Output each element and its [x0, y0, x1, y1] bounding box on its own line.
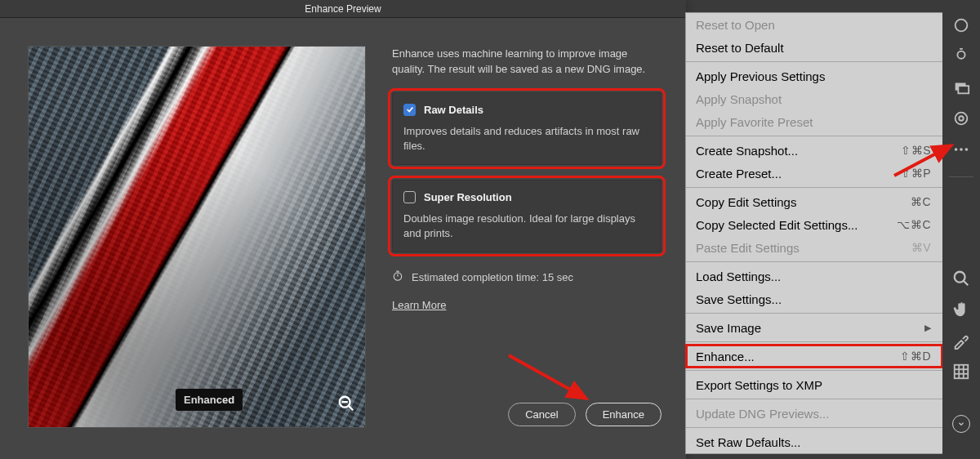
svg-line-17 [964, 281, 969, 286]
eta-row: Estimated completion time: 15 sec [392, 270, 662, 284]
preview-image[interactable]: Enhanced [29, 47, 365, 427]
right-tool-strip [942, 0, 980, 459]
svg-point-0 [340, 397, 350, 408]
menu-apply-favorite-preset: Apply Favorite Preset [686, 110, 942, 133]
masking-icon[interactable] [952, 47, 970, 65]
dialog-title: Enhance Preview [0, 0, 686, 18]
svg-rect-10 [958, 86, 969, 93]
dialog-description: Enhance uses machine learning to improve… [392, 47, 662, 78]
cancel-button[interactable]: Cancel [508, 403, 575, 426]
super-resolution-desc: Doubles image resolution. Ideal for larg… [403, 212, 648, 241]
svg-point-7 [957, 51, 964, 59]
menu-set-raw-defaults[interactable]: Set Raw Defaults... [686, 430, 942, 453]
svg-point-11 [956, 113, 968, 125]
layers-icon[interactable] [952, 78, 970, 96]
raw-details-title: Raw Details [424, 104, 483, 116]
svg-point-12 [959, 116, 964, 121]
zoom-icon[interactable] [952, 270, 970, 287]
enhance-preview-dialog: Enhance Preview Enhanced Enhance uses ma… [0, 0, 686, 459]
super-resolution-checkbox[interactable] [403, 191, 416, 203]
raw-details-desc: Improves details and reduces artifacts i… [403, 124, 648, 154]
menu-load-settings[interactable]: Load Settings... [686, 265, 942, 287]
zoom-out-icon[interactable] [337, 394, 355, 412]
svg-line-1 [349, 406, 354, 411]
eta-text: Estimated completion time: 15 sec [412, 271, 573, 283]
hand-icon[interactable] [952, 301, 970, 319]
menu-reset-to-open: Reset to Open [686, 13, 942, 36]
menu-create-snapshot[interactable]: Create Snapshot...⇧⌘S [686, 139, 942, 162]
raw-details-checkbox[interactable] [403, 104, 416, 116]
menu-copy-selected-edit-settings[interactable]: Copy Selected Edit Settings...⌥⌘C [686, 213, 942, 236]
menu-create-preset[interactable]: Create Preset...⇧⌘P [686, 162, 942, 185]
enhanced-badge: Enhanced [176, 389, 243, 411]
white-balance-icon[interactable] [952, 16, 970, 34]
raw-details-option[interactable]: Raw Details Improves details and reduces… [392, 92, 662, 165]
menu-reset-to-default[interactable]: Reset to Default [686, 36, 942, 59]
svg-rect-18 [955, 365, 969, 379]
svg-point-13 [955, 148, 958, 151]
grid-icon[interactable] [952, 363, 970, 381]
menu-save-settings[interactable]: Save Settings... [686, 287, 942, 310]
svg-point-15 [965, 148, 969, 151]
settings-context-menu: Reset to Open Reset to Default Apply Pre… [686, 13, 942, 453]
enhance-button[interactable]: Enhance [586, 403, 662, 426]
menu-update-dng-previews: Update DNG Previews... [686, 402, 942, 425]
svg-point-16 [955, 272, 965, 283]
super-resolution-title: Super Resolution [424, 191, 512, 203]
menu-apply-snapshot: Apply Snapshot [686, 87, 942, 110]
submenu-arrow-icon: ▶ [924, 323, 931, 333]
stopwatch-icon [392, 270, 403, 284]
menu-copy-edit-settings[interactable]: Copy Edit Settings⌘C [686, 190, 942, 213]
eyedropper-icon[interactable] [952, 332, 970, 350]
menu-paste-edit-settings: Paste Edit Settings⌘V [686, 236, 942, 259]
menu-apply-previous-settings[interactable]: Apply Previous Settings [686, 65, 942, 87]
collapse-toggle-icon[interactable] [952, 415, 970, 433]
menu-enhance[interactable]: Enhance...⇧⌘D [686, 345, 942, 368]
super-resolution-option[interactable]: Super Resolution Doubles image resolutio… [392, 180, 662, 252]
learn-more-link[interactable]: Learn More [392, 299, 446, 311]
svg-point-6 [956, 20, 968, 32]
svg-point-14 [960, 148, 963, 151]
menu-export-settings-to-xmp[interactable]: Export Settings to XMP [686, 373, 942, 396]
more-icon[interactable] [952, 140, 970, 158]
menu-save-image[interactable]: Save Image▶ [686, 316, 942, 339]
radial-icon[interactable] [952, 109, 970, 127]
